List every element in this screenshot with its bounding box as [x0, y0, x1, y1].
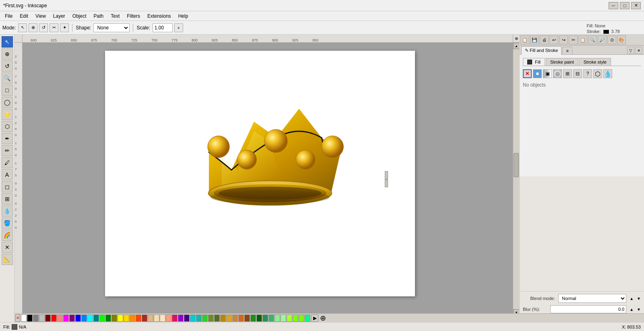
tool-node[interactable]: ⊕ [2, 48, 13, 60]
swatch-chocolate[interactable] [238, 314, 244, 322]
swatch-pink[interactable] [57, 314, 63, 322]
blur-step-up[interactable]: ▲ [630, 307, 634, 312]
fill-linear-btn[interactable]: ▣ [543, 69, 552, 78]
swatch-bisque[interactable] [160, 314, 165, 322]
swatch-goldenrod[interactable] [226, 314, 232, 322]
blur-step-down[interactable]: ▼ [637, 307, 641, 312]
swatch-forestgreen[interactable] [250, 314, 256, 322]
blur-input[interactable] [550, 305, 626, 313]
right-tool-3[interactable]: 🖨 [540, 35, 549, 44]
swatch-yellow[interactable] [118, 314, 123, 322]
right-tool-2[interactable]: 💾 [530, 35, 539, 44]
tool-calligraphy[interactable]: 🖊 [2, 157, 13, 168]
swatch-limegreen[interactable] [202, 314, 208, 322]
menu-edit[interactable]: Edit [17, 12, 31, 20]
tool-dropper[interactable]: 💧 [2, 205, 13, 217]
swatch-seagreen[interactable] [262, 314, 268, 322]
swatch-maroon[interactable] [45, 314, 51, 322]
scale-input[interactable] [153, 23, 173, 32]
menu-object[interactable]: Object [69, 12, 90, 20]
swatch-blue[interactable] [75, 314, 81, 322]
swatch-teal[interactable] [93, 314, 99, 322]
tool-zoom[interactable]: 🔍 [2, 72, 13, 84]
swatch-peru[interactable] [232, 314, 238, 322]
swatch-gold[interactable] [124, 314, 129, 322]
fill-radial-btn[interactable]: ◎ [553, 69, 562, 78]
shape-select[interactable]: None [93, 23, 130, 32]
right-tool-9[interactable]: 🔎 [598, 35, 607, 44]
right-tool-1[interactable]: 📋 [520, 35, 529, 44]
swatch-palegreen[interactable] [281, 314, 286, 322]
tool-3d[interactable]: ⬡ [2, 121, 13, 132]
swatch-indigo[interactable] [184, 314, 190, 322]
swatch-ltseagreen[interactable] [196, 314, 202, 322]
tool-connector[interactable]: ⊞ [2, 193, 13, 205]
tool-text[interactable]: A [2, 169, 13, 180]
menu-text[interactable]: Text [107, 12, 123, 20]
panel-tab-2[interactable]: ≡ [562, 47, 572, 54]
fs-tab-stroke-style[interactable]: Stroke style [579, 58, 611, 66]
menu-view[interactable]: View [32, 12, 49, 20]
fill-shape-b-btn[interactable]: 💧 [603, 69, 612, 78]
tool-star[interactable]: ⭐ [2, 109, 13, 120]
swatch-dkgreen[interactable] [105, 314, 111, 322]
tool-tweak[interactable]: ↺ [2, 60, 13, 72]
fill-flat-btn[interactable]: ■ [533, 69, 542, 78]
mode-btn-1[interactable]: ↖ [18, 23, 27, 32]
fs-tab-fill[interactable]: Fill [523, 58, 545, 66]
swatch-springgreen[interactable] [305, 314, 310, 322]
right-tool-10[interactable]: ⊙ [607, 35, 616, 44]
right-tool-6[interactable]: ✂ [569, 35, 578, 44]
menu-help[interactable]: Help [175, 12, 192, 20]
menu-extensions[interactable]: Extensions [144, 12, 174, 20]
canvas-scroll-icon[interactable]: ⊕ [513, 35, 519, 43]
right-tool-11[interactable]: 🎨 [617, 35, 626, 44]
viewport[interactable]: ‹ [23, 43, 513, 316]
tool-pen[interactable]: ✒ [2, 133, 13, 144]
right-tool-5[interactable]: ↪ [559, 35, 568, 44]
tool-rect[interactable]: □ [2, 85, 13, 96]
tool-gradient[interactable]: ◻ [2, 181, 13, 192]
swatch-chartreuse[interactable] [293, 314, 298, 322]
close-button[interactable]: ✕ [631, 2, 641, 9]
minimize-button[interactable]: ─ [609, 2, 618, 9]
panel-collapse-handle[interactable]: ‹ [385, 171, 388, 187]
swatch-purple[interactable] [69, 314, 75, 322]
tool-pencil[interactable]: ✏ [2, 145, 13, 156]
swatch-dkolive[interactable] [214, 314, 220, 322]
mode-btn-2[interactable]: ⊕ [29, 23, 37, 32]
swatch-dkturquoise[interactable] [190, 314, 196, 322]
swatch-brown[interactable] [142, 314, 147, 322]
palette-scroll-right[interactable]: ▶ [311, 314, 318, 322]
menu-file[interactable]: File [2, 12, 16, 20]
vscroll-track[interactable] [513, 49, 519, 309]
swatch-magenta[interactable] [63, 314, 69, 322]
fill-pattern-btn[interactable]: ⊞ [563, 69, 572, 78]
tool-eraser[interactable]: ✕ [2, 242, 13, 253]
panel-close-btn[interactable]: ✕ [635, 47, 642, 54]
swatch-wheat[interactable] [154, 314, 159, 322]
tool-fill[interactable]: 🪣 [2, 217, 13, 229]
swatch-orange[interactable] [130, 314, 135, 322]
swatch-cyan[interactable] [87, 314, 93, 322]
swatch-red[interactable] [51, 314, 57, 322]
swatch-yellowgreen[interactable] [287, 314, 292, 322]
swatch-violet[interactable] [178, 314, 184, 322]
vscroll-thumb[interactable] [514, 153, 519, 177]
swatch-black[interactable] [27, 314, 33, 322]
swatch-olive[interactable] [111, 314, 117, 322]
fill-none-btn[interactable]: ✕ [523, 69, 532, 78]
swatch-dkgoldenrod[interactable] [220, 314, 226, 322]
panel-tab-fill-stroke[interactable]: ✎ Fill and Stroke [521, 46, 561, 55]
palette-none[interactable]: ✕ [15, 314, 20, 322]
blend-arrow-up[interactable]: ▲ [630, 296, 634, 301]
maximize-button[interactable]: □ [620, 2, 630, 9]
vscroll-up-btn[interactable]: ▲ [513, 43, 519, 49]
menu-path[interactable]: Path [91, 12, 107, 20]
swatch-ruby[interactable] [172, 314, 178, 322]
tool-select[interactable]: ↖ [2, 36, 13, 48]
tool-ellipse[interactable]: ◯ [2, 97, 13, 108]
fill-swatch-btn[interactable]: ⊟ [573, 69, 582, 78]
right-tool-4[interactable]: ↩ [549, 35, 558, 44]
swatch-green[interactable] [99, 314, 105, 322]
